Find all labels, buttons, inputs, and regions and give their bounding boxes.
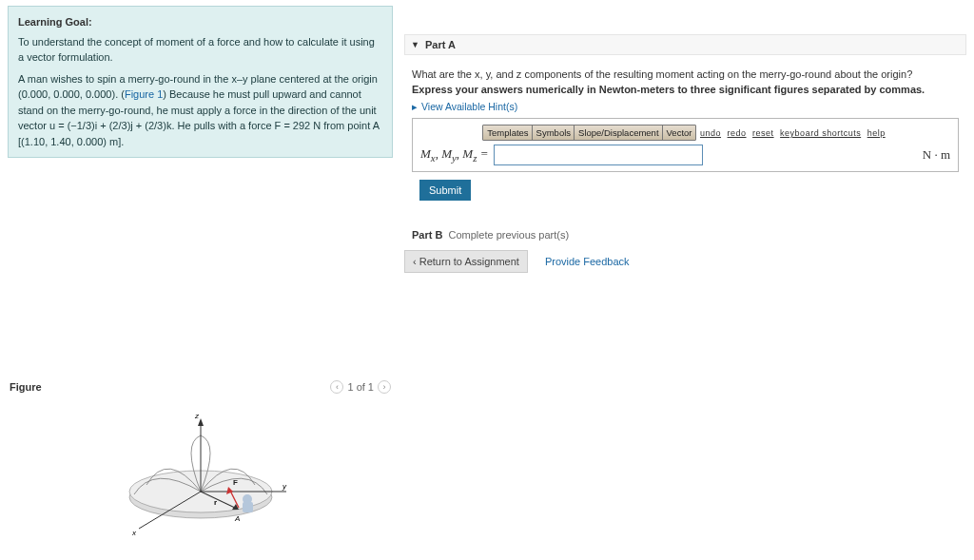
answer-toolbox: TemplatesSymbolsSlope/DisplacementVector… — [412, 118, 959, 172]
provide-feedback-link[interactable]: Provide Feedback — [545, 256, 630, 267]
redo-button[interactable]: redo — [728, 128, 747, 138]
answer-prompt-label: Mx, My, Mz = — [420, 146, 488, 164]
part-b-status: Complete previous part(s) — [449, 229, 570, 241]
answer-input[interactable] — [494, 145, 703, 165]
vec-r-label: r — [214, 498, 217, 507]
figure-header: Figure ‹ 1 of 1 › — [8, 377, 393, 397]
part-b-label: Part B — [412, 229, 442, 241]
part-a-header[interactable]: ▼ Part A — [404, 34, 966, 55]
axis-x: x — [131, 529, 137, 537]
undo-button[interactable]: undo — [700, 128, 721, 138]
keyboard-shortcuts-button[interactable]: keyboard shortcuts — [780, 128, 861, 138]
slope-displacement-button[interactable]: Slope/Displacement — [574, 125, 664, 141]
figure-next-button[interactable]: › — [378, 380, 391, 394]
chevron-left-icon: ‹ — [413, 256, 419, 267]
return-to-assignment-button[interactable]: ‹ Return to Assignment — [404, 250, 528, 273]
learning-goal-box: Learning Goal: To understand the concept… — [8, 6, 393, 158]
templates-button[interactable]: Templates — [482, 125, 533, 141]
merry-go-round-svg: z y x r A F — [96, 407, 305, 540]
axis-z: z — [194, 412, 200, 420]
help-button[interactable]: help — [867, 128, 886, 138]
learning-goal-problem: A man wishes to spin a merry-go-round in… — [18, 71, 382, 150]
view-hints-link[interactable]: ▸ View Available Hint(s) — [412, 101, 959, 112]
svg-rect-9 — [243, 502, 253, 512]
hints-label: View Available Hint(s) — [421, 101, 517, 112]
answer-unit: N · m — [923, 147, 950, 163]
vector-button[interactable]: Vector — [662, 125, 697, 141]
part-a-instruction: Express your answers numerically in Newt… — [412, 84, 959, 95]
part-a-question: What are the x, y, and z components of t… — [412, 68, 959, 80]
figure-counter: 1 of 1 — [347, 381, 374, 393]
part-b-row: Part B Complete previous part(s) — [412, 229, 966, 241]
reset-button[interactable]: reset — [752, 128, 774, 138]
submit-button[interactable]: Submit — [419, 180, 471, 201]
vec-f-label: F — [233, 478, 238, 487]
figure-prev-button[interactable]: ‹ — [330, 380, 343, 394]
point-a-label: A — [234, 514, 240, 523]
figure-label: Figure — [10, 381, 42, 393]
part-a-title: Part A — [425, 39, 456, 50]
learning-goal-heading: Learning Goal: — [18, 14, 382, 30]
caret-right-icon: ▸ — [412, 101, 418, 112]
learning-goal-intro: To understand the concept of moment of a… — [18, 34, 382, 66]
axis-y: y — [282, 482, 287, 491]
return-label: Return to Assignment — [419, 256, 519, 267]
caret-down-icon: ▼ — [411, 40, 419, 49]
figure-link[interactable]: Figure 1 — [125, 88, 163, 100]
figure-canvas: z y x r A F — [8, 397, 393, 550]
symbols-button[interactable]: Symbols — [532, 125, 575, 141]
